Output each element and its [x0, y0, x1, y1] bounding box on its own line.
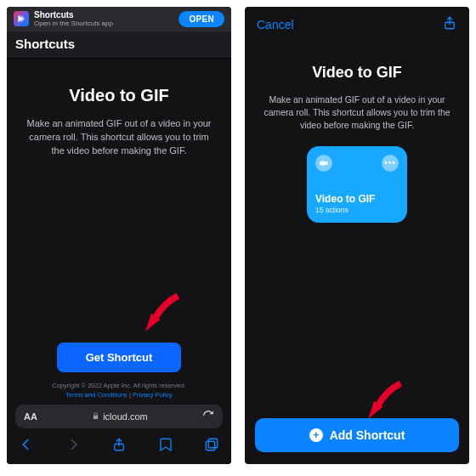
page-description: Make an animated GIF out of a video in y…: [22, 117, 216, 158]
shortcut-card[interactable]: ••• Video to GIF 15 actions: [307, 146, 407, 223]
svg-rect-2: [206, 441, 215, 450]
cancel-button[interactable]: Cancel: [257, 18, 294, 31]
back-button[interactable]: [19, 437, 34, 456]
refresh-button[interactable]: [202, 410, 214, 423]
share-icon[interactable]: [442, 15, 457, 33]
get-shortcut-button[interactable]: Get Shortcut: [57, 343, 182, 372]
svg-rect-1: [208, 439, 218, 448]
smart-app-banner: Shortcuts Open in the Shortcuts app OPEN: [7, 7, 231, 31]
add-shortcut-label: Add Shortcut: [330, 428, 405, 442]
tabs-button[interactable]: [204, 437, 219, 456]
shortcuts-app-icon: [14, 11, 29, 26]
svg-rect-5: [320, 161, 326, 165]
video-icon: [315, 155, 332, 172]
legal-footer: Copyright © 2022 Apple Inc. All rights r…: [52, 381, 185, 400]
plus-icon: +: [309, 428, 323, 442]
banner-app-sub: Open in the Shortcuts app: [34, 20, 113, 27]
legal-privacy-link[interactable]: Privacy Policy: [133, 391, 173, 399]
safari-address-bar[interactable]: AA icloud.com: [15, 405, 223, 428]
bookmarks-button[interactable]: [158, 437, 173, 456]
screenshot-left: Shortcuts Open in the Shortcuts app OPEN…: [7, 7, 231, 464]
sheet-title: Video to GIF: [312, 64, 402, 82]
text-size-button[interactable]: AA: [24, 411, 37, 422]
legal-copyright: Copyright © 2022 Apple Inc. All rights r…: [52, 382, 185, 389]
forward-button: [65, 437, 81, 456]
banner-app-name: Shortcuts: [34, 11, 113, 20]
sheet-description: Make an animated GIF out of a video in y…: [262, 94, 452, 133]
add-shortcut-button[interactable]: + Add Shortcut: [255, 418, 459, 452]
page-title: Video to GIF: [69, 86, 168, 105]
lock-icon: [92, 412, 99, 422]
sheet-nav: Cancel: [245, 7, 469, 38]
nav-title: Shortcuts: [7, 31, 231, 59]
more-icon[interactable]: •••: [382, 155, 399, 172]
legal-terms-link[interactable]: Terms and Conditions: [65, 391, 128, 399]
screenshot-right: Cancel Video to GIF Make an animated GIF…: [245, 7, 469, 464]
safari-toolbar: [7, 432, 231, 464]
url-domain: icloud.com: [103, 411, 148, 422]
share-button[interactable]: [111, 437, 127, 456]
open-app-button[interactable]: OPEN: [178, 11, 224, 27]
card-title: Video to GIF: [315, 193, 399, 205]
card-subtitle: 15 actions: [315, 206, 399, 214]
